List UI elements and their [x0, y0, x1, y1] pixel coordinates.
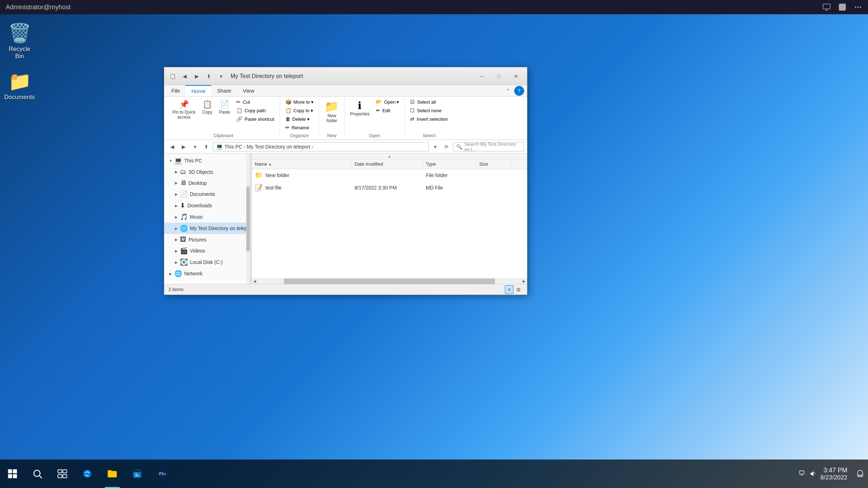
organize-buttons: 📦 Move to ▾ 📋 Copy to ▾ 🗑 Delete ▾ ✏ Ren… [283, 98, 316, 131]
quick-access-back[interactable]: ◀ [179, 71, 190, 82]
copy-button[interactable]: 📋 Copy [200, 98, 215, 116]
move-to-button[interactable]: 📦 Move to ▾ [283, 98, 316, 106]
copy-path-button[interactable]: 📋 Copy path [234, 107, 277, 114]
file-row-test-file[interactable]: 📝 test-file 8/17/2022 3:30 PM MD File [252, 182, 527, 194]
col-header-size[interactable]: Size [476, 159, 512, 169]
tray-monitor-icon[interactable] [799, 470, 807, 478]
ribbon-tabs: File Home Share View ⌃ ? [164, 85, 527, 97]
start-icon [7, 468, 18, 479]
nav-expand-button[interactable]: ▾ [430, 142, 440, 152]
documents-icon[interactable]: 📁 Documents [4, 68, 36, 104]
taskbar-search-button[interactable] [25, 460, 50, 488]
sidebar-item-music[interactable]: ▶ 🎵 Music [164, 211, 249, 223]
invert-icon: ⇄ [410, 116, 414, 122]
remote-session-titlebar: Administrator@myhost [0, 0, 868, 14]
sidebar-item-3d-objects[interactable]: ▶ 🗂 3D Objects [164, 166, 249, 177]
taskbar-clock[interactable]: 3:47 PM 8/23/2022 [820, 467, 853, 481]
paste-icon: 📄 [220, 100, 229, 109]
nav-recent-button[interactable]: ▾ [190, 142, 200, 152]
col-header-type[interactable]: Type [423, 159, 476, 169]
hscroll-left-btn[interactable]: ◀ [252, 279, 258, 284]
minimize-button[interactable]: ─ [474, 71, 490, 82]
delete-icon: 🗑 [285, 116, 290, 122]
horizontal-scrollbar[interactable]: ◀ ▶ [252, 278, 527, 284]
nav-back-button[interactable]: ◀ [167, 142, 177, 152]
quick-access-forward[interactable]: ▶ [191, 71, 202, 82]
file-icon-test: 📝 [255, 184, 263, 192]
ribbon-new-group: 📁 Newfolder New [319, 98, 345, 138]
videos-icon: 🎬 [180, 247, 188, 255]
notification-icon[interactable] [856, 469, 864, 478]
sidebar-item-desktop[interactable]: ▶ 🖥 Desktop [164, 177, 249, 188]
details-view-btn[interactable]: ≡ [505, 285, 513, 294]
sidebar-item-documents[interactable]: ▶ 📄 Documents [164, 188, 249, 200]
properties-button[interactable]: ℹ Properties [347, 98, 372, 118]
sidebar-local-disk-label: Local Disk (C:) [190, 259, 223, 265]
edit-label: Edit [382, 108, 390, 113]
sidebar-scrollbar-track[interactable] [246, 154, 250, 284]
col-header-date[interactable]: Date modified [352, 159, 423, 169]
large-icons-view-btn[interactable]: ⊞ [514, 285, 523, 294]
nav-refresh-button[interactable]: ⟳ [441, 142, 451, 152]
sidebar-item-this-pc[interactable]: ▼ 💻 This PC [164, 155, 249, 166]
select-none-button[interactable]: ☐ Select none [408, 107, 450, 114]
taskbar-edge-button[interactable] [75, 460, 100, 488]
clipboard-group-label: Clipboard [170, 131, 277, 138]
tray-speaker-icon[interactable] [810, 470, 817, 478]
desktop-icon-sidebar: 🖥 [180, 179, 186, 187]
documents-icon-sidebar: 📄 [180, 190, 188, 198]
taskbar-file-explorer-button[interactable] [100, 460, 125, 488]
sidebar-item-videos[interactable]: ▶ 🎬 Videos [164, 245, 249, 256]
paste-shortcut-button[interactable]: 🔗 Paste shortcut [234, 115, 277, 123]
select-all-button[interactable]: ☑ Select all [408, 98, 450, 106]
taskbar-start-button[interactable] [0, 460, 25, 488]
ribbon-collapse-btn[interactable]: ⌃ [503, 86, 513, 96]
rename-button[interactable]: ✏ Rename [283, 124, 316, 131]
taskbar-store-button[interactable]: 🏪 [125, 460, 150, 488]
hscroll-right-btn[interactable]: ▶ [521, 279, 527, 284]
cut-button[interactable]: ✂ Cut [234, 98, 277, 106]
file-size-new-folder [476, 174, 512, 177]
tab-share[interactable]: Share [211, 85, 237, 96]
3d-objects-icon: 🗂 [180, 168, 186, 176]
sidebar-item-my-test-dir[interactable]: ▶ 🌐 My Test Directory on teleport [164, 223, 249, 234]
new-folder-button[interactable]: 📁 Newfolder [322, 98, 341, 125]
select-group-label: Select [408, 131, 450, 138]
taskbar-terminal-button[interactable]: PS> [150, 460, 175, 488]
sidebar-item-network[interactable]: ▶ 🌐 Network [164, 268, 249, 279]
ribbon-help-btn[interactable]: ? [514, 86, 524, 96]
sidebar-item-pictures[interactable]: ▶ 🖼 Pictures [164, 234, 249, 245]
sidebar-item-downloads[interactable]: ▶ ⬇ Downloads [164, 200, 249, 211]
tab-file[interactable]: File [166, 85, 186, 96]
monitor-icon[interactable] [822, 3, 831, 11]
quick-access-up[interactable]: ⬆ [203, 71, 214, 82]
pin-quick-access-button[interactable]: 📌 Pin to Quickaccess [170, 98, 198, 122]
recycle-bin-icon[interactable]: 🗑️ Recycle Bin [4, 20, 36, 63]
status-item-count: 2 items [169, 287, 184, 292]
tab-view[interactable]: View [237, 85, 260, 96]
quick-access-properties[interactable]: 📋 [167, 71, 178, 82]
open-button[interactable]: 📂 Open ▾ [373, 98, 402, 106]
delete-button[interactable]: 🗑 Delete ▾ [283, 115, 316, 123]
paste-button[interactable]: 📄 Paste [217, 98, 233, 116]
nav-up-button[interactable]: ⬆ [201, 142, 211, 152]
save-icon[interactable] [838, 3, 847, 11]
edit-button[interactable]: ✏ Edit [373, 107, 402, 114]
address-search-box[interactable]: 🔍 Search My Test Directory on t... [453, 142, 524, 151]
hscroll-track[interactable] [258, 279, 521, 284]
maximize-button[interactable]: □ [491, 71, 507, 82]
tab-home[interactable]: Home [186, 85, 211, 96]
file-row-new-folder[interactable]: 📁 New folder File folder [252, 169, 527, 182]
invert-selection-button[interactable]: ⇄ Invert selection [408, 115, 450, 123]
col-header-name[interactable]: Name ▲ [252, 159, 352, 169]
svg-rect-24 [800, 471, 804, 474]
close-button[interactable]: ✕ [508, 71, 524, 82]
quick-access-dropdown[interactable]: ▾ [216, 71, 226, 82]
file-list-area: Name ▲ Date modified Type Size [252, 159, 527, 278]
taskbar-task-view-button[interactable] [50, 460, 75, 488]
more-icon[interactable] [854, 3, 862, 11]
address-path-box[interactable]: 💻 This PC › My Test Directory on telepor… [213, 142, 429, 151]
copy-to-button[interactable]: 📋 Copy to ▾ [283, 107, 316, 114]
nav-forward-button[interactable]: ▶ [179, 142, 188, 152]
sidebar-item-local-disk[interactable]: ▶ 💽 Local Disk (C:) [164, 256, 249, 268]
